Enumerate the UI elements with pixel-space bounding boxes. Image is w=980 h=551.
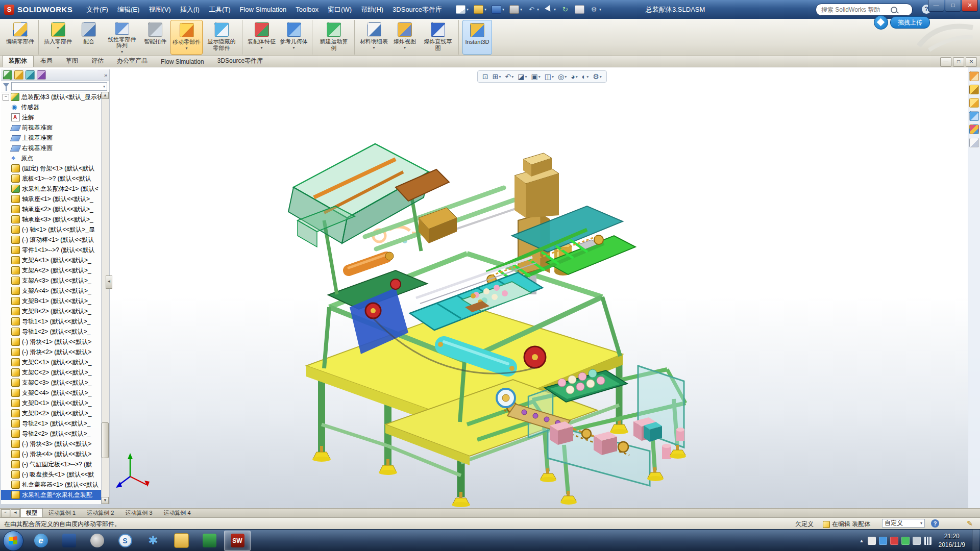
ribbon-button[interactable]: 插入零部件 — [42, 20, 74, 55]
view-tool-button[interactable]: ◕ — [569, 72, 579, 81]
study-tab[interactable]: 模型 — [20, 508, 43, 518]
ribbon-button[interactable]: 编辑零部件 — [5, 20, 39, 55]
tree-item[interactable]: 轴承座<2> (默认<<默认>_ — [1, 204, 102, 214]
ribbon-button[interactable]: Instant3D — [462, 20, 492, 55]
doc-minimize-button[interactable]: — — [940, 57, 951, 67]
ribbon-button[interactable]: 移动零部件 — [170, 20, 203, 55]
menu-item[interactable]: 编辑(E) — [113, 0, 144, 19]
restore-button[interactable]: □ — [945, 0, 961, 12]
featuremanager-tab-icon[interactable] — [3, 70, 12, 80]
view-tool-button[interactable]: ⚙ — [591, 72, 603, 81]
solidworks-resources-icon[interactable] — [969, 71, 979, 81]
tree-item[interactable]: 传感器 — [1, 102, 102, 112]
tree-item[interactable]: 导轨1<1> (默认<<默认>_ — [1, 316, 102, 327]
study-nav-button[interactable]: ◄ — [11, 509, 20, 517]
study-nav-button[interactable]: « — [1, 509, 10, 517]
tree-item[interactable]: 支架C<3> (默认<<默认>_ — [1, 378, 102, 388]
ribbon-button[interactable]: 爆炸视图 — [390, 20, 419, 55]
command-tab[interactable]: Flow Simulation — [154, 57, 211, 67]
quick-tool-button[interactable] — [507, 4, 524, 15]
view-tool-button[interactable]: ◐ — [580, 72, 590, 81]
ribbon-button[interactable]: 线性零部件阵列 — [104, 20, 140, 55]
ribbon-button[interactable]: 新建运动算例 — [316, 20, 355, 55]
taskbar-app-3[interactable] — [84, 531, 110, 551]
quick-tool-button[interactable] — [454, 4, 471, 15]
quick-tool-button[interactable] — [587, 5, 603, 14]
minimize-button[interactable]: — — [928, 0, 944, 12]
tree-item[interactable]: 零件1<1>-->? (默认<<默认 — [1, 245, 102, 255]
tree-item[interactable]: (固定) 骨架<1> (默认<默认 — [1, 163, 102, 173]
tree-item[interactable]: (-) 轴<1> (默认<<默认>_显 — [1, 224, 102, 235]
tray-icon-2[interactable] — [879, 537, 887, 545]
tray-icon-1[interactable] — [868, 537, 876, 545]
scroll-down-icon[interactable]: ▼ — [102, 497, 109, 504]
doc-close-button[interactable]: ✕ — [966, 57, 977, 67]
close-button[interactable]: ✕ — [962, 0, 978, 12]
filter-input[interactable] — [11, 82, 107, 91]
scrollbar-thumb[interactable] — [102, 422, 109, 458]
view-tool-button[interactable]: ◪ — [516, 72, 528, 81]
search-icon[interactable] — [891, 7, 897, 13]
command-tab[interactable]: 装配体 — [2, 55, 34, 67]
start-button[interactable] — [3, 531, 23, 551]
command-tab[interactable]: 评估 — [85, 55, 110, 67]
tree-item[interactable]: (-) 滑块<2> (默认<<默认> — [1, 347, 102, 357]
study-tab[interactable]: 运动算例 3 — [119, 508, 158, 518]
menu-item[interactable]: 插入(I) — [176, 0, 204, 19]
quick-tool-button[interactable] — [542, 5, 558, 14]
taskbar-app-solidworks[interactable]: SW — [224, 531, 251, 551]
show-desktop-button[interactable] — [972, 530, 979, 551]
design-library-icon[interactable] — [969, 85, 979, 94]
tree-item[interactable]: 支架C<4> (默认<<默认>_ — [1, 388, 102, 398]
tree-item[interactable]: 导轨2<1> (默认<<默认>_ — [1, 418, 102, 429]
tree-item[interactable]: 轴承座<3> (默认<<默认>_ — [1, 214, 102, 224]
filter-icon[interactable] — [3, 83, 9, 90]
tree-item[interactable]: 支架B<2> (默认<<默认>_ — [1, 306, 102, 316]
view-tool-button[interactable]: ◎ — [556, 72, 568, 81]
tree-item[interactable]: (-) 气缸固定板<1>-->? (默 — [1, 459, 102, 469]
tray-icon-4[interactable] — [901, 537, 910, 545]
ribbon-button[interactable]: 智能扣件 — [141, 20, 169, 55]
tree-item[interactable]: (-) 滚动棒<1> (默认<<默认 — [1, 235, 102, 245]
study-tab[interactable]: 运动算例 4 — [158, 508, 197, 518]
collapse-icon[interactable] — [3, 94, 9, 101]
ribbon-button[interactable]: 配合 — [75, 20, 103, 55]
help-search-box[interactable] — [816, 4, 913, 16]
tree-item[interactable]: 轴承座<1> (默认<<默认>_ — [1, 194, 102, 204]
tree-item[interactable]: 支架A<2> (默认<<默认>_ — [1, 265, 102, 276]
ribbon-button[interactable]: 材料明细表 — [358, 20, 389, 55]
study-tab[interactable]: 运动算例 2 — [81, 508, 119, 518]
tree-item[interactable]: 水果礼盒装配体2<1> (默认< — [1, 184, 102, 194]
propertymanager-tab-icon[interactable] — [14, 70, 23, 80]
view-tool-button[interactable]: ⊡ — [481, 72, 490, 81]
doc-restore-button[interactable]: □ — [953, 57, 964, 67]
tree-item[interactable]: 上视基准面 — [1, 133, 102, 143]
tray-icon-volume[interactable] — [913, 537, 921, 545]
file-explorer-icon[interactable] — [969, 98, 979, 108]
tree-item[interactable]: 支架C<2> (默认<<默认>_ — [1, 367, 102, 378]
view-tool-button[interactable]: ▣ — [529, 72, 542, 81]
tree-item[interactable]: 右视基准面 — [1, 143, 102, 153]
drag-upload-button[interactable]: 拖拽上传 — [890, 16, 930, 29]
quick-tool-button[interactable] — [559, 5, 572, 14]
tree-item[interactable]: 水果礼盒盖^水果礼盒装配 — [1, 490, 102, 500]
command-tab[interactable]: 布局 — [34, 55, 59, 67]
search-input[interactable] — [820, 6, 889, 14]
tray-expand-icon[interactable]: ▲ — [860, 538, 864, 543]
tree-item[interactable]: 支架A<1> (默认<<默认>_ — [1, 255, 102, 265]
tree-root-item[interactable]: 总装配体3 (默认<默认_显示状 — [1, 92, 102, 102]
tree-item[interactable]: 前视基准面 — [1, 122, 102, 133]
taskbar-clock[interactable]: 21:20 2016/11/9 — [939, 532, 966, 548]
tray-icon-3[interactable] — [890, 537, 898, 545]
menu-item[interactable]: 视图(V) — [144, 0, 175, 19]
panel-splitter[interactable]: ◄ — [106, 276, 112, 289]
menu-item[interactable]: 文件(F) — [82, 0, 113, 19]
graphics-viewport[interactable]: ⊡ ⊞ ↶ ◪ ▣ — [0, 67, 980, 508]
tree-item[interactable]: 支架A<4> (默认<<默认>_ — [1, 286, 102, 296]
menu-item[interactable]: 帮助(H) — [356, 0, 388, 19]
taskbar-app-3dsource[interactable]: ✱ — [140, 531, 166, 551]
taskbar-app-folder[interactable] — [168, 531, 194, 551]
tree-item[interactable]: 支架B<1> (默认<<默认>_ — [1, 296, 102, 306]
tree-item[interactable]: 底板<1>-->? (默认<<默认 — [1, 173, 102, 184]
view-tool-button[interactable]: ⊞ — [491, 72, 503, 81]
